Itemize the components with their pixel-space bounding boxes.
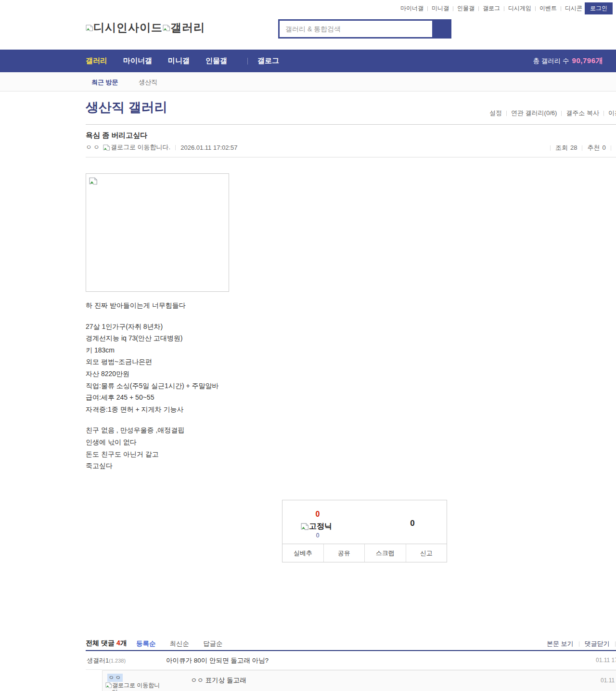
nav-item-minigall[interactable]: 미니갤 [168, 56, 190, 65]
divider [550, 145, 551, 151]
divider [561, 6, 561, 11]
post-date: 2026.01.11 17:02:57 [180, 144, 237, 151]
nav-item-gallery[interactable]: 갤러리 [86, 56, 107, 65]
vote-action-bar: 실베추 공유 스크랩 신고 [282, 544, 447, 562]
site-header: 디시인사이드 갤러리 [0, 15, 616, 50]
search-input[interactable] [278, 19, 432, 39]
broken-image-icon [301, 522, 309, 531]
comment-sort-tabs: 등록순 최신순 답글순 [136, 639, 237, 648]
comments-total: 전체 댓글4개 [86, 639, 127, 648]
fixed-nick-count: 0 [308, 532, 327, 539]
broken-image-icon [89, 177, 98, 185]
recent-visit-bar: 최근 방문 생산직 [0, 72, 616, 91]
total-gallery-number: 90,796개 [572, 56, 603, 65]
comment-reply-row: ㅇㅇ 갤로그로 이동합니다 ㅇㅇ 표기상 돌고래 01.11 1 [102, 670, 616, 691]
post-content-line: 경계선지능 iq 73(안산 고대병원) [86, 332, 528, 344]
divider [615, 641, 616, 647]
topbar-link-minorgall[interactable]: 마이너갤 [400, 4, 424, 13]
navbar-items: 갤러리 마이너갤 미니갤 인물갤 갤로그 [86, 50, 295, 72]
broken-image-icon [163, 24, 170, 32]
silbechu-button[interactable]: 실베추 [282, 544, 323, 562]
gallery-title[interactable]: 생산직 갤러리 [86, 99, 167, 116]
post-content-line: 키 183cm [86, 344, 528, 356]
sort-registered[interactable]: 등록순 [136, 639, 156, 648]
post-meta: ㅇㅇ 갤로그로 이동합니다. 2026.01.11 17:02:57 [86, 143, 238, 152]
reply-gallog-link[interactable]: 갤로그로 이동합니다 [105, 682, 163, 691]
fixed-nick-label: 고정닉 [309, 522, 332, 532]
recent-visit-label[interactable]: 최근 방문 [91, 78, 118, 87]
gallery-menu-related[interactable]: 연관 갤러리(0/6) [511, 109, 557, 117]
view-count: 조회28 [555, 143, 577, 152]
upvote-count: 0 [308, 510, 327, 519]
divider [175, 145, 176, 150]
topbar-link-gallog[interactable]: 갤로그 [483, 4, 500, 13]
reply-nickname[interactable]: ㅇㅇ [107, 674, 123, 682]
nav-item-persongall[interactable]: 인물갤 [205, 56, 227, 65]
search-button[interactable] [432, 19, 451, 39]
gallery-menu: 설정 연관 갤러리(0/6) 갤주소 복사 이용 [485, 109, 616, 117]
downvote-count: 0 [403, 519, 422, 528]
post-content-line [86, 312, 528, 321]
gallery-menu-settings[interactable]: 설정 [489, 109, 502, 117]
topbar-link-dccon[interactable]: 디시콘 [565, 4, 582, 13]
divider [535, 6, 536, 11]
post-broken-image [86, 173, 229, 292]
sort-newest[interactable]: 최신순 [170, 639, 190, 648]
topbar-link-dcgame[interactable]: 디시게임 [508, 4, 531, 13]
divider [611, 145, 611, 151]
topbar-link-event[interactable]: 이벤트 [539, 4, 557, 13]
post-content-line: 급여:세후 245 + 50~55 [86, 391, 528, 404]
divider [582, 145, 582, 151]
commenter-nickname[interactable]: 생갤러1(1.238) [87, 656, 126, 665]
logo-text-dcinside: 디시인사이드 [93, 20, 163, 35]
nav-item-minorgall[interactable]: 마이너갤 [123, 56, 152, 65]
post-author-nickname: ㅇㅇ [86, 143, 101, 152]
divider [247, 58, 248, 65]
post-header: 욕심 좀 버리고싶다 ㅇㅇ 갤로그로 이동합니다. 2026.01.11 17:… [86, 124, 616, 157]
commenter-ip: (1.238) [109, 658, 126, 664]
main-navbar: 갤러리 마이너갤 미니갤 인물갤 갤로그 총 갤러리 수90,796개 [0, 50, 616, 72]
divider [504, 6, 504, 11]
divider [579, 641, 579, 647]
view-post-button[interactable]: 본문 보기 [547, 639, 574, 648]
broken-image-icon [103, 144, 110, 151]
login-button[interactable]: 로그인 [585, 2, 613, 14]
nav-item-gallog[interactable]: 갤로그 [257, 56, 279, 65]
share-button[interactable]: 공유 [323, 544, 365, 562]
total-gallery-count: 총 갤러리 수90,796개 [533, 50, 603, 72]
post-title: 욕심 좀 버리고싶다 [86, 131, 147, 140]
topbar-link-minigall[interactable]: 미니갤 [432, 4, 449, 13]
reply-date: 01.11 1 [601, 677, 616, 684]
recommend-count: 추천0 [587, 143, 605, 152]
divider [427, 6, 428, 11]
upvote-button[interactable]: 고정닉 [301, 522, 332, 532]
gallery-menu-copy-url[interactable]: 갤주소 복사 [566, 109, 599, 117]
post-content: 하 진짜 받아들이는게 너무힘들다 27살 1인가구(자취 8년차) 경계선지능… [86, 300, 528, 472]
dcinside-gallery-page: 마이너갤 미니갤 인물갤 갤로그 디시게임 이벤트 디시콘 로그인 디시인사이드… [0, 0, 616, 691]
scrap-button[interactable]: 스크랩 [364, 544, 406, 562]
post-content-line: 죽고싶다 [86, 460, 528, 472]
post-content-line: 자산 8220만원 [86, 368, 528, 380]
reply-text: ㅇㅇ 표기상 돌고래 [191, 676, 246, 685]
comments-header: 전체 댓글4개 등록순 최신순 답글순 본문 보기 댓글닫기 [86, 637, 616, 651]
post-content-line: 인생에 낛이 없다 [86, 436, 528, 448]
report-button[interactable]: 신고 [406, 544, 447, 562]
divider [603, 111, 604, 116]
site-logo[interactable]: 디시인사이드 갤러리 [86, 20, 205, 35]
sort-replies[interactable]: 답글순 [203, 639, 223, 648]
comment-text: 아이큐가 80이 안되면 돌고래 아님? [166, 656, 269, 665]
post-content-line: 27살 1인가구(자취 8년차) [86, 321, 528, 333]
topbar-link-persongall[interactable]: 인물갤 [457, 4, 475, 13]
divider [478, 6, 479, 11]
gallery-menu-guide[interactable]: 이용 [608, 109, 616, 117]
post-content-line: 돈도 친구도 아닌거 같고 [86, 448, 528, 460]
post-stats: 조회28 추천0 [545, 142, 616, 154]
broken-image-icon [86, 24, 93, 32]
recent-visit-gallery-link[interactable]: 생산직 [139, 78, 157, 87]
gallog-link-label: 갤로그로 이동합니다. [111, 143, 170, 152]
broken-image-icon [105, 682, 112, 689]
post-content-line [86, 415, 528, 424]
close-comments-button[interactable]: 댓글닫기 [585, 639, 610, 648]
comment-tools: 본문 보기 댓글닫기 [541, 639, 616, 648]
gallog-link[interactable]: 갤로그로 이동합니다. [103, 143, 170, 152]
